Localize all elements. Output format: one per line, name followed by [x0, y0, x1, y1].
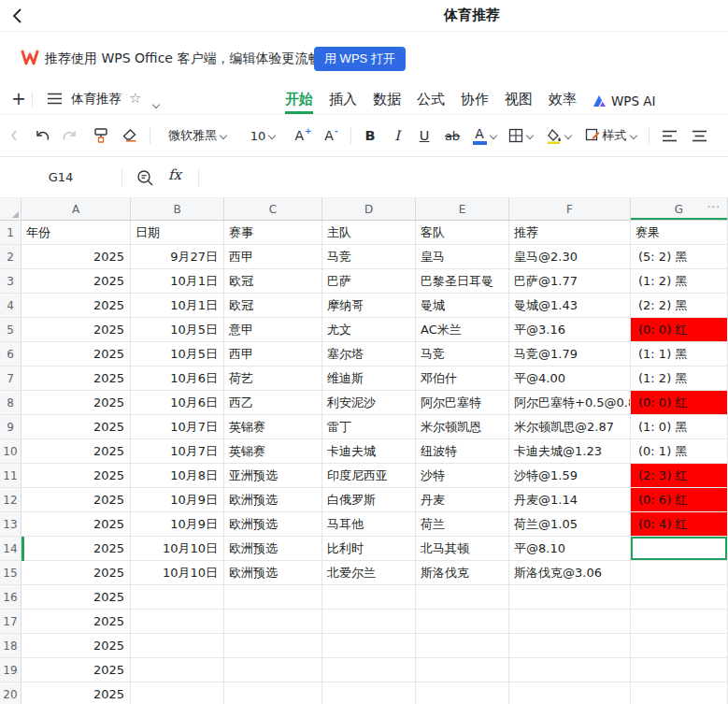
cell-G9[interactable]: (1: 0) 黑 — [631, 415, 728, 439]
cell-F15[interactable]: 斯洛伐克@3.06 — [509, 561, 631, 585]
cell-G10[interactable]: (0: 1) 黑 — [631, 439, 728, 464]
row-header-19[interactable]: 19 — [0, 658, 21, 682]
cell-B2[interactable]: 9月27日 — [131, 245, 224, 269]
column-header-C[interactable]: C — [224, 198, 322, 221]
tab-协作[interactable]: 协作 — [461, 84, 489, 114]
cell-C18[interactable] — [224, 634, 322, 658]
cell-E16[interactable] — [416, 585, 509, 610]
cell-F3[interactable]: 巴萨@1.77 — [509, 269, 631, 294]
cell-D13[interactable]: 马耳他 — [322, 512, 416, 537]
cell-C7[interactable]: 荷艺 — [224, 366, 322, 391]
more-columns-icon[interactable]: ··· — [707, 201, 721, 214]
cell-C13[interactable]: 欧洲预选 — [224, 512, 322, 537]
cell-E8[interactable]: 阿尔巴塞特 — [416, 391, 509, 415]
redo-icon[interactable] — [57, 122, 81, 150]
search-zoom-icon[interactable] — [136, 169, 154, 187]
cell-B16[interactable] — [131, 585, 224, 610]
font-size-select[interactable]: 10 — [244, 122, 283, 150]
borders-button[interactable] — [505, 122, 538, 150]
cell-A12[interactable]: 2025 — [21, 488, 131, 512]
cell-F7[interactable]: 平@4.00 — [509, 366, 631, 391]
cell-B15[interactable]: 10月10日 — [131, 561, 224, 585]
cell-G6[interactable]: (1: 1) 黑 — [631, 342, 728, 366]
cell-G12[interactable]: (0: 6) 红 — [631, 488, 728, 512]
cell-D8[interactable]: 利安泥沙 — [322, 391, 416, 415]
cell-D1[interactable]: 主队 — [322, 221, 416, 245]
cell-B14[interactable]: 10月10日 — [131, 537, 224, 561]
cell-B1[interactable]: 日期 — [131, 221, 224, 245]
cell-A16[interactable]: 2025 — [21, 585, 131, 610]
cell-F9[interactable]: 米尔顿凯思@2.87 — [509, 415, 631, 439]
cell-C11[interactable]: 亚洲预选 — [224, 464, 322, 488]
cell-A5[interactable]: 2025 — [21, 318, 131, 342]
row-header-16[interactable]: 16 — [0, 585, 21, 610]
cell-B18[interactable] — [131, 634, 224, 658]
cell-E7[interactable]: 邓伯什 — [416, 366, 509, 391]
cell-D14[interactable]: 比利时 — [322, 537, 416, 561]
cell-D4[interactable]: 摩纳哥 — [322, 294, 416, 318]
cell-E12[interactable]: 丹麦 — [416, 488, 509, 512]
italic-button[interactable]: I — [386, 122, 408, 150]
cell-F17[interactable] — [509, 610, 631, 634]
cell-G13[interactable]: (0: 4) 红 — [631, 512, 728, 537]
cell-F4[interactable]: 曼城@1.43 — [509, 294, 631, 318]
cell-F6[interactable]: 马竞@1.79 — [509, 342, 631, 366]
row-header-20[interactable]: 20 — [0, 682, 21, 704]
cell-E15[interactable]: 斯洛伐克 — [416, 561, 509, 585]
increase-font-icon[interactable]: A+ — [291, 122, 315, 150]
cell-D3[interactable]: 巴萨 — [322, 269, 416, 294]
cell-F19[interactable] — [509, 658, 631, 682]
row-header-1[interactable]: 1 — [0, 221, 21, 245]
cell-G14[interactable] — [631, 537, 728, 561]
row-header-10[interactable]: 10 — [0, 439, 21, 464]
align-center-icon[interactable] — [687, 122, 711, 150]
row-header-3[interactable]: 3 — [0, 269, 21, 294]
collapse-toolbar-icon[interactable] — [6, 122, 22, 150]
cell-D16[interactable] — [322, 585, 416, 610]
cell-A17[interactable]: 2025 — [21, 610, 131, 634]
cell-B17[interactable] — [131, 610, 224, 634]
cell-C20[interactable] — [224, 682, 322, 704]
cell-C6[interactable]: 西甲 — [224, 342, 322, 366]
cell-C8[interactable]: 西乙 — [224, 391, 322, 415]
row-header-7[interactable]: 7 — [0, 366, 21, 391]
cell-G11[interactable]: (2: 3) 红 — [631, 464, 728, 488]
column-header-F[interactable]: F — [509, 198, 631, 221]
tab-插入[interactable]: 插入 — [329, 84, 357, 114]
cell-F2[interactable]: 皇马@2.30 — [509, 245, 631, 269]
cell-G16[interactable] — [631, 585, 728, 610]
decrease-font-icon[interactable]: A- — [319, 122, 343, 150]
cell-C17[interactable] — [224, 610, 322, 634]
cell-G1[interactable]: 赛果 — [631, 221, 728, 245]
row-header-12[interactable]: 12 — [0, 488, 21, 512]
column-header-E[interactable]: E — [416, 198, 509, 221]
cell-A13[interactable]: 2025 — [21, 512, 131, 537]
cell-F11[interactable]: 沙特@1.59 — [509, 464, 631, 488]
cell-F1[interactable]: 推荐 — [509, 221, 631, 245]
font-name-select[interactable]: 微软雅黑 — [158, 122, 238, 150]
cell-C9[interactable]: 英锦赛 — [224, 415, 322, 439]
cell-D10[interactable]: 卡迪夫城 — [322, 439, 416, 464]
row-header-5[interactable]: 5 — [0, 318, 21, 342]
row-header-17[interactable]: 17 — [0, 610, 21, 634]
cell-reference-box[interactable]: G14 — [0, 158, 121, 197]
cell-G2[interactable]: (5: 2) 黑 — [631, 245, 728, 269]
cell-E5[interactable]: AC米兰 — [416, 318, 509, 342]
cell-C5[interactable]: 意甲 — [224, 318, 322, 342]
cell-F16[interactable] — [509, 585, 631, 610]
cell-F10[interactable]: 卡迪夫城@1.23 — [509, 439, 631, 464]
cell-E11[interactable]: 沙特 — [416, 464, 509, 488]
cell-C14[interactable]: 欧洲预选 — [224, 537, 322, 561]
row-header-6[interactable]: 6 — [0, 342, 21, 366]
cell-A18[interactable]: 2025 — [21, 634, 131, 658]
row-header-18[interactable]: 18 — [0, 634, 21, 658]
cell-B7[interactable]: 10月6日 — [131, 366, 224, 391]
cell-B10[interactable]: 10月7日 — [131, 439, 224, 464]
cell-A9[interactable]: 2025 — [21, 415, 131, 439]
cell-G15[interactable] — [631, 561, 728, 585]
cell-C3[interactable]: 欧冠 — [224, 269, 322, 294]
cell-B20[interactable] — [131, 682, 224, 704]
cell-B9[interactable]: 10月7日 — [131, 415, 224, 439]
cell-C16[interactable] — [224, 585, 322, 610]
cell-A11[interactable]: 2025 — [21, 464, 131, 488]
